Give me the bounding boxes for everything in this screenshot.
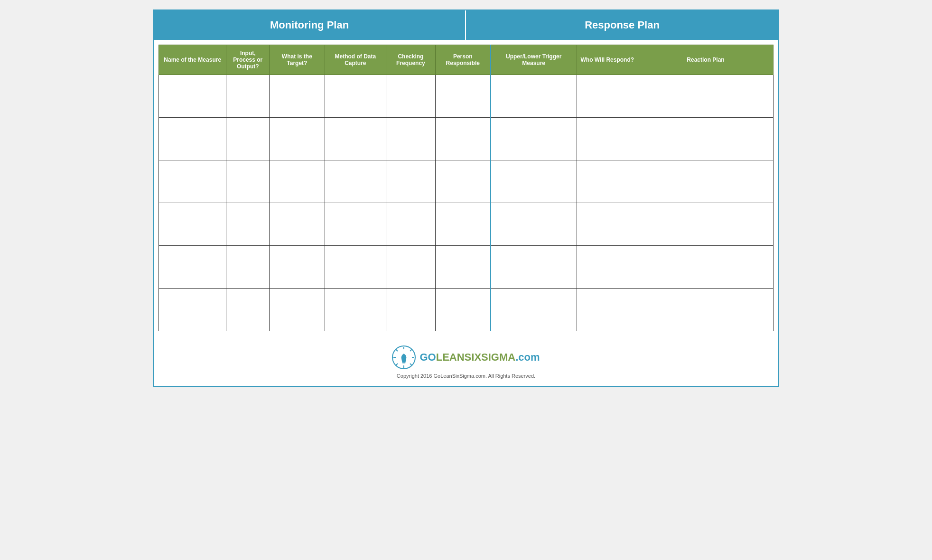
response-plan-title: Response Plan xyxy=(471,19,774,31)
cell[interactable] xyxy=(638,118,774,160)
cell[interactable] xyxy=(159,118,226,160)
col-checking-freq: Checking Frequency xyxy=(386,45,436,75)
cell[interactable] xyxy=(491,289,577,331)
col-upper-lower: Upper/Lower Trigger Measure xyxy=(491,45,577,75)
cell[interactable] xyxy=(577,246,638,289)
table-row xyxy=(159,118,774,160)
svg-rect-10 xyxy=(402,363,406,364)
cell[interactable] xyxy=(386,118,436,160)
cell[interactable] xyxy=(491,160,577,203)
cell[interactable] xyxy=(325,160,386,203)
cell[interactable] xyxy=(638,160,774,203)
cell[interactable] xyxy=(270,203,325,246)
cell[interactable] xyxy=(638,203,774,246)
monitoring-plan-title: Monitoring Plan xyxy=(158,19,460,31)
table-row xyxy=(159,160,774,203)
cell[interactable] xyxy=(386,246,436,289)
cell[interactable] xyxy=(159,246,226,289)
page-wrapper: Monitoring Plan Response Plan Name of th… xyxy=(153,9,779,387)
header-bar: Monitoring Plan Response Plan xyxy=(154,10,778,40)
col-method-data: Method of Data Capture xyxy=(325,45,386,75)
cell[interactable] xyxy=(491,118,577,160)
cell[interactable] xyxy=(577,160,638,203)
cell[interactable] xyxy=(491,246,577,289)
col-who-respond: Who Will Respond? xyxy=(577,45,638,75)
svg-line-6 xyxy=(410,364,412,365)
cell[interactable] xyxy=(325,75,386,118)
logo-brand-text: GOLEANSIXSIGMA.com xyxy=(419,351,540,364)
svg-line-8 xyxy=(396,364,398,365)
cell[interactable] xyxy=(325,118,386,160)
cell[interactable] xyxy=(577,203,638,246)
header-response: Response Plan xyxy=(466,10,778,40)
col-input-process: Input, Process or Output? xyxy=(226,45,270,75)
cell[interactable] xyxy=(226,160,270,203)
svg-line-5 xyxy=(396,349,398,351)
table-row xyxy=(159,289,774,331)
cell[interactable] xyxy=(226,203,270,246)
cell[interactable] xyxy=(577,289,638,331)
svg-line-7 xyxy=(410,349,412,351)
cell[interactable] xyxy=(638,289,774,331)
cell[interactable] xyxy=(226,118,270,160)
cell[interactable] xyxy=(435,75,491,118)
cell[interactable] xyxy=(386,203,436,246)
cell[interactable] xyxy=(638,246,774,289)
cell[interactable] xyxy=(435,203,491,246)
cell[interactable] xyxy=(226,75,270,118)
cell[interactable] xyxy=(638,75,774,118)
cell[interactable] xyxy=(386,75,436,118)
table-row xyxy=(159,75,774,118)
cell[interactable] xyxy=(491,203,577,246)
logo-com: .com xyxy=(515,351,540,363)
col-person-resp: Person Responsible xyxy=(435,45,491,75)
main-table: Name of the Measure Input, Process or Ou… xyxy=(158,45,774,331)
footer-logo: GOLEANSIXSIGMA.com xyxy=(158,345,774,369)
cell[interactable] xyxy=(325,203,386,246)
table-container: Name of the Measure Input, Process or Ou… xyxy=(154,40,778,336)
cell[interactable] xyxy=(577,118,638,160)
cell[interactable] xyxy=(270,289,325,331)
logo-lean: LEANSIXSIGMA xyxy=(436,351,515,363)
cell[interactable] xyxy=(226,289,270,331)
header-monitoring: Monitoring Plan xyxy=(154,10,466,40)
logo-icon xyxy=(392,345,416,369)
col-name-measure: Name of the Measure xyxy=(159,45,226,75)
cell[interactable] xyxy=(159,75,226,118)
cell[interactable] xyxy=(435,246,491,289)
cell[interactable] xyxy=(226,246,270,289)
svg-rect-9 xyxy=(402,361,406,363)
cell[interactable] xyxy=(435,160,491,203)
cell[interactable] xyxy=(325,246,386,289)
table-row xyxy=(159,246,774,289)
cell[interactable] xyxy=(159,289,226,331)
cell[interactable] xyxy=(386,289,436,331)
header-row: Name of the Measure Input, Process or Ou… xyxy=(159,45,774,75)
cell[interactable] xyxy=(325,289,386,331)
cell[interactable] xyxy=(491,75,577,118)
cell[interactable] xyxy=(159,160,226,203)
cell[interactable] xyxy=(270,75,325,118)
cell[interactable] xyxy=(270,118,325,160)
col-what-target: What is the Target? xyxy=(270,45,325,75)
cell[interactable] xyxy=(386,160,436,203)
cell[interactable] xyxy=(435,118,491,160)
copyright-text: Copyright 2016 GoLeanSixSigma.com. All R… xyxy=(158,373,774,379)
table-row xyxy=(159,203,774,246)
col-reaction-plan: Reaction Plan xyxy=(638,45,774,75)
cell[interactable] xyxy=(435,289,491,331)
logo-go: GO xyxy=(419,351,436,363)
cell[interactable] xyxy=(577,75,638,118)
footer: GOLEANSIXSIGMA.com Copyright 2016 GoLean… xyxy=(154,336,778,386)
cell[interactable] xyxy=(159,203,226,246)
cell[interactable] xyxy=(270,160,325,203)
cell[interactable] xyxy=(270,246,325,289)
